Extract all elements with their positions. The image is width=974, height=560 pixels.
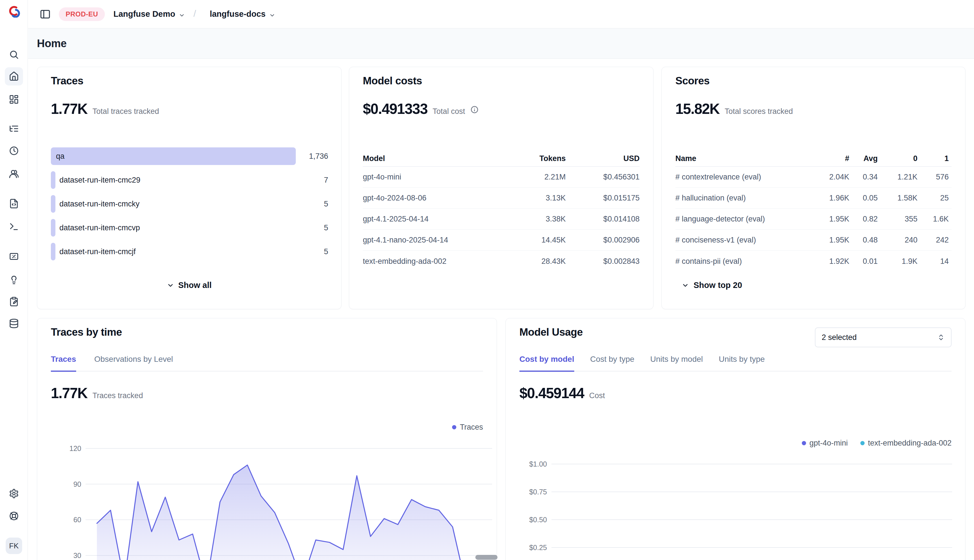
cell-zero: 355 [880, 215, 920, 223]
cell-usd: $0.015175 [566, 194, 640, 202]
card-title: Model Usage [520, 326, 583, 338]
chevron-down-icon [269, 11, 275, 17]
top-bar: PROD-EU Langfuse Demo / langfuse-docs [28, 0, 974, 28]
cell-count: 1.96K [812, 194, 852, 202]
datasets-icon[interactable] [9, 297, 19, 307]
card-title: Traces by time [51, 326, 122, 338]
widget-resize-handle[interactable] [475, 555, 498, 560]
prompts-icon[interactable] [9, 198, 19, 209]
org-switcher[interactable]: Langfuse Demo [114, 9, 185, 19]
cell-name: # language-detector (eval) [675, 215, 812, 223]
svg-text:$0.25: $0.25 [529, 543, 547, 552]
model-usage-tabs: Cost by model Cost by type Units by mode… [520, 355, 952, 372]
info-icon[interactable] [470, 105, 479, 114]
chart-legend: Traces [452, 423, 483, 432]
users-icon[interactable] [9, 169, 19, 179]
table-row[interactable]: text-embedding-ada-00228.43K$0.002843 [363, 251, 640, 272]
tab-observations-by-level[interactable]: Observations by Level [94, 355, 173, 371]
chevron-down-icon [179, 11, 185, 17]
model-costs-card: Model costs $0.491333 Total cost Model T… [349, 67, 653, 309]
table-row[interactable]: gpt-4.1-nano-2025-04-1414.45K$0.002906 [363, 230, 640, 251]
table-row[interactable]: gpt-4o-2024-08-063.13K$0.015175 [363, 188, 640, 209]
tracing-icon[interactable] [9, 123, 19, 134]
table-row[interactable]: # contextrelevance (eval)2.04K0.341.21K5… [675, 167, 952, 188]
svg-text:$1.00: $1.00 [529, 460, 547, 468]
card-title: Scores [675, 75, 710, 87]
sessions-icon[interactable] [9, 146, 19, 156]
tab-traces[interactable]: Traces [51, 355, 76, 372]
legend-item[interactable]: Traces [452, 423, 483, 432]
cell-one: 1.6K [920, 215, 952, 223]
tab-cost-by-model[interactable]: Cost by model [520, 355, 574, 372]
trace-bar-row[interactable]: dataset-run-item-cmc297 [51, 171, 328, 189]
project-switcher[interactable]: langfuse-docs [210, 9, 275, 19]
table-row[interactable]: # hallucination (eval)1.96K0.051.58K25 [675, 188, 952, 209]
bar [51, 243, 55, 260]
cell-one: 576 [920, 173, 952, 182]
trace-bar-row[interactable]: dataset-run-item-cmcjf5 [51, 243, 328, 260]
chevrons-up-down-icon [937, 334, 945, 341]
chevron-down-icon [167, 282, 174, 289]
show-all-button[interactable]: Show all [37, 280, 341, 290]
column-model: Model [363, 154, 481, 163]
cost-metric: $0.459144 Cost [520, 385, 605, 402]
metric-label: Total scores tracked [725, 107, 793, 116]
trace-bar-row[interactable]: dataset-run-item-cmcky5 [51, 195, 328, 213]
evaluation-icon[interactable] [9, 251, 19, 262]
cell-one: 14 [920, 257, 952, 266]
tab-cost-by-type[interactable]: Cost by type [590, 355, 635, 371]
cell-tokens: 28.43K [481, 257, 566, 266]
cell-avg: 0.82 [852, 215, 880, 223]
traces-by-time-card: Traces by time Traces Observations by Le… [37, 318, 497, 560]
cell-avg: 0.05 [852, 194, 880, 202]
model-costs-metric: $0.491333 Total cost [363, 100, 479, 117]
sidebar: FK [0, 0, 28, 560]
langfuse-logo-icon[interactable] [7, 5, 20, 18]
avatar[interactable]: FK [6, 538, 22, 554]
cell-usd: $0.456301 [566, 173, 640, 182]
playground-icon[interactable] [9, 222, 19, 232]
table-row[interactable]: # language-detector (eval)1.95K0.823551.… [675, 209, 952, 230]
traces-by-time-tabs: Traces Observations by Level [51, 355, 483, 372]
tab-units-by-type[interactable]: Units by type [719, 355, 765, 371]
legend-dot [452, 425, 456, 429]
dashboard-icon[interactable] [9, 94, 19, 105]
table-row[interactable]: gpt-4.1-2025-04-143.38K$0.014108 [363, 209, 640, 230]
bar-value: 5 [324, 219, 328, 237]
metric-value: 1.77K [51, 385, 87, 402]
cell-tokens: 2.21M [481, 173, 566, 182]
database-icon[interactable] [9, 318, 19, 328]
cell-zero: 1.21K [880, 173, 920, 182]
column-usd: USD [566, 154, 640, 163]
tab-units-by-model[interactable]: Units by model [650, 355, 703, 371]
chevron-down-icon [682, 282, 689, 289]
cell-zero: 1.9K [880, 257, 920, 266]
model-select-dropdown[interactable]: 2 selected [815, 327, 952, 347]
llm-judge-icon[interactable] [9, 274, 19, 285]
table-row[interactable]: # contains-pii (eval)1.92K0.011.9K14 [675, 251, 952, 272]
bar-label: dataset-run-item-cmcky [59, 195, 140, 213]
cell-avg: 0.01 [852, 257, 880, 266]
legend-label: Traces [460, 423, 483, 432]
cell-one: 25 [920, 194, 952, 202]
trace-bar-row[interactable]: qa1,736 [51, 147, 328, 165]
cell-usd: $0.002843 [566, 257, 640, 266]
table-body: # contextrelevance (eval)2.04K0.341.21K5… [675, 167, 952, 272]
column-name: Name [675, 154, 812, 163]
table-row[interactable]: gpt-4o-mini2.21M$0.456301 [363, 167, 640, 188]
trace-bar-row[interactable]: dataset-run-item-cmcvp5 [51, 219, 328, 237]
column-zero: 0 [880, 154, 920, 163]
bar-label: qa [56, 147, 65, 165]
metric-value: 1.77K [51, 100, 87, 117]
support-icon[interactable] [9, 511, 19, 521]
settings-icon[interactable] [9, 488, 19, 499]
table-row[interactable]: # conciseness-v1 (eval)1.95K0.48240242 [675, 230, 952, 251]
column-count: # [812, 154, 852, 163]
panel-left-icon[interactable] [40, 8, 51, 20]
column-tokens: Tokens [481, 154, 566, 163]
search-icon[interactable] [9, 49, 19, 60]
svg-text:90: 90 [73, 480, 81, 488]
show-top-20-button[interactable]: Show top 20 [682, 280, 742, 290]
cell-tokens: 14.45K [481, 236, 566, 245]
home-icon[interactable] [9, 71, 19, 82]
